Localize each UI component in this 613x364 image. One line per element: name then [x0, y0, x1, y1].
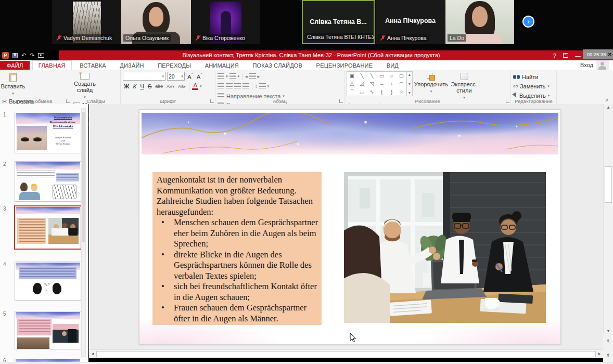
underline-button[interactable]: Ч [139, 83, 145, 89]
bullets-icon[interactable] [218, 73, 224, 79]
business-meeting-photo[interactable] [344, 172, 546, 323]
sign-in-link[interactable]: Вход [580, 60, 593, 70]
shape-oval-icon[interactable]: ○ [390, 73, 393, 79]
tab-insert[interactable]: ВСТАВКА [74, 61, 112, 70]
vertical-scrollbar[interactable]: ▲ ▼ [603, 104, 613, 334]
numbering-icon[interactable] [229, 73, 236, 79]
start-slideshow-icon[interactable] [38, 53, 44, 58]
font-name-combo[interactable]: ▾ [123, 72, 165, 81]
shape-curve-icon[interactable]: ◡ [360, 89, 364, 95]
tab-home[interactable]: ГЛАВНАЯ [32, 60, 72, 70]
participant-tile-vadym[interactable]: Vadym Demianchuk [52, 0, 121, 44]
shape-wave-icon[interactable]: ∿ [370, 89, 374, 95]
slide-thumbnail-1[interactable]: Nonverbale Kommunikation: Blickkontakt T… [15, 112, 81, 153]
scrollbar-thumb[interactable] [605, 166, 612, 203]
slide-text-box[interactable]: Augenkontakt ist in der nonverbalen Komm… [152, 172, 322, 325]
tab-design[interactable]: ДИЗАЙН [114, 61, 149, 70]
minimize-button[interactable]: — [575, 53, 581, 59]
slide-editing-area[interactable]: Augenkontakt ist in der nonverbalen Komm… [89, 104, 603, 349]
paste-button[interactable]: Вставить ▾ [2, 71, 24, 97]
participant-tile-slivka-active-speaker[interactable]: Слівка Тетяна В... Слівка Тетяна ВТЕІ КН… [302, 0, 375, 44]
tab-slideshow[interactable]: ПОКАЗ СЛАЙДОВ [247, 61, 308, 70]
participant-tile-lado[interactable]: La Do [445, 0, 514, 44]
dialog-launcher-icon[interactable] [506, 99, 509, 103]
next-participants-page-button[interactable]: › [522, 16, 534, 28]
scrollbar-track[interactable] [96, 351, 596, 357]
slide-thumbnail-4[interactable]: ?¿? ? [15, 262, 81, 301]
align-left-icon[interactable] [218, 83, 224, 89]
shape-rectangle-icon[interactable]: ▭ [379, 73, 384, 79]
shapes-gallery-scroll[interactable]: ▲▼▼ [407, 71, 413, 96]
dialog-launcher-icon[interactable] [210, 99, 214, 103]
shape-arrow-line-icon[interactable]: ╲ [371, 73, 374, 79]
change-case-button[interactable]: Aa▾ [177, 84, 187, 89]
gallery-more-icon[interactable]: ▼ [408, 91, 411, 95]
justify-icon[interactable] [242, 83, 249, 89]
find-button[interactable]: Найти [513, 72, 550, 81]
shadow-strike-button[interactable]: S [147, 83, 153, 89]
tab-file[interactable]: ФАЙЛ [0, 61, 30, 70]
dialog-launcher-icon[interactable] [339, 99, 343, 103]
shapes-gallery[interactable]: ▣╲╲▭○▢ △◿◹→↓◠ ⌒◡∿{}☆ [347, 71, 407, 96]
shape-arrow-right-icon[interactable]: → [379, 81, 385, 86]
italic-button[interactable]: К [132, 83, 137, 89]
quick-styles-button[interactable]: Экспресс-стили ▾ [450, 71, 479, 101]
scroll-up-icon[interactable]: ▲ [604, 105, 613, 110]
participant-tile-olga[interactable]: Ольга Осаульчик [121, 0, 191, 44]
undo-icon[interactable]: ↶ [21, 50, 26, 60]
save-icon[interactable] [12, 53, 18, 58]
align-right-icon[interactable] [234, 83, 241, 89]
increase-indent-icon[interactable]: ▸ [258, 74, 260, 79]
slide-thumbnail-3-selected[interactable] [14, 205, 82, 250]
scroll-right-icon[interactable]: ► [596, 352, 603, 356]
shape-brace-right-icon[interactable]: } [391, 89, 392, 95]
help-button[interactable]: ? [553, 53, 556, 59]
shape-textbox-icon[interactable]: ▣ [350, 73, 354, 79]
shape-elbow-icon[interactable]: ◿ [360, 81, 364, 86]
thumbnail-scrollbar[interactable] [81, 108, 86, 357]
slide-canvas[interactable]: Augenkontakt ist in der nonverbalen Komm… [139, 109, 561, 344]
collapse-ribbon-icon[interactable]: ∧ [605, 97, 609, 102]
redo-icon[interactable]: ↷ [30, 50, 34, 60]
shape-elbow2-icon[interactable]: ◹ [370, 81, 374, 86]
decrease-indent-icon[interactable]: ◂ [245, 74, 248, 79]
shape-rounded-rect-icon[interactable]: ▢ [399, 73, 404, 79]
arrange-button[interactable]: Упорядочить ▾ [415, 71, 447, 95]
new-slide-button[interactable]: Создать слайд ▾ [73, 71, 96, 100]
tab-transitions[interactable]: ПЕРЕХОДЫ [152, 61, 197, 70]
shape-star-icon[interactable]: ☆ [399, 89, 404, 95]
shape-arrow-down-icon[interactable]: ↓ [390, 81, 393, 86]
bold-button[interactable]: Ж [123, 83, 130, 89]
character-spacing-button[interactable]: AV▾ [165, 84, 175, 89]
shrink-font-button[interactable]: Аˇ [196, 72, 203, 80]
ribbon-display-options-icon[interactable] [563, 53, 568, 58]
tab-review[interactable]: РЕЦЕНЗИРОВАНИЕ [311, 61, 379, 70]
shape-brace-left-icon[interactable]: { [381, 89, 382, 95]
grow-font-button[interactable]: Аˆ [186, 72, 194, 80]
line-spacing-icon[interactable]: ↕ [255, 84, 258, 89]
tab-animations[interactable]: АНИМАЦИЯ [199, 61, 245, 70]
strikethrough-button[interactable]: abc [155, 84, 164, 89]
close-icon[interactable]: ✕ [608, 51, 612, 57]
align-center-icon[interactable] [226, 83, 233, 89]
font-color-button[interactable]: А [192, 83, 198, 90]
shape-line-icon[interactable]: ╲ [361, 73, 364, 79]
tab-view[interactable]: ВИД [381, 61, 404, 70]
scroll-down-icon[interactable]: ▼ [408, 82, 411, 86]
account-avatar-icon[interactable] [596, 60, 609, 70]
next-slide-button[interactable]: ⇟ [606, 353, 610, 358]
participant-tile-anna[interactable]: Анна Пічкурова Анна Пічкурова [376, 0, 445, 44]
scroll-up-icon[interactable]: ▲ [408, 73, 411, 76]
scroll-down-icon[interactable]: ▼ [604, 329, 613, 333]
scrollbar-thumb[interactable] [82, 112, 85, 242]
horizontal-scrollbar[interactable]: ◄ ► [89, 349, 603, 358]
participant-tile-vika[interactable]: Віка Стороженко [191, 0, 260, 44]
font-size-combo[interactable]: 20▾ [167, 72, 185, 81]
replace-button[interactable]: abЗаменить▾ [513, 82, 550, 90]
shape-arc-icon[interactable]: ◠ [399, 81, 403, 86]
shape-triangle-icon[interactable]: △ [350, 81, 354, 86]
slide-thumbnail-5[interactable] [15, 311, 81, 349]
dialog-launcher-icon[interactable] [66, 99, 70, 103]
shape-scribble-icon[interactable]: ⌒ [350, 89, 355, 95]
previous-slide-button[interactable]: ⇞ [606, 339, 610, 344]
